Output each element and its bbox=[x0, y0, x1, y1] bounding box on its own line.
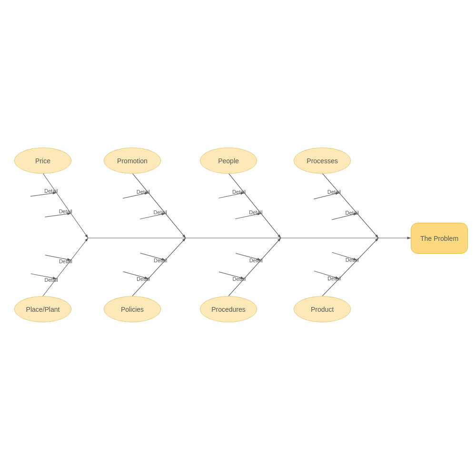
node-price: Price bbox=[14, 148, 71, 174]
fishbone-diagram: Price Promotion People Processes Place/P… bbox=[0, 0, 476, 476]
node-problem: The Problem bbox=[411, 223, 468, 254]
node-policies: Policies bbox=[104, 296, 161, 322]
node-procedures: Procedures bbox=[200, 296, 257, 322]
node-promotion: Promotion bbox=[104, 148, 161, 174]
node-product: Product bbox=[294, 296, 351, 322]
node-processes: Processes bbox=[294, 148, 351, 174]
node-people: People bbox=[200, 148, 257, 174]
node-placeplant: Place/Plant bbox=[14, 296, 71, 322]
